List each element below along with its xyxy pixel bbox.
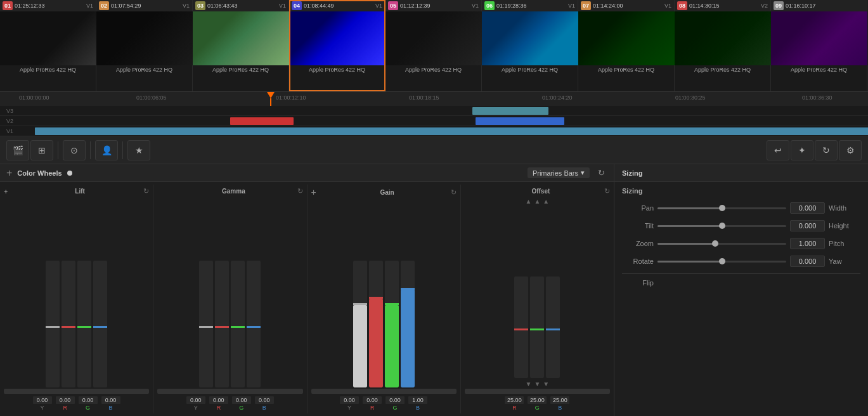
playhead-marker [267,92,275,98]
lift-val-g: 0.00 G [79,396,98,411]
track-v2: V2 [0,116,868,126]
sizing-row-pan: Pan 0.000 Width [622,202,860,214]
toolbar-flag-btn[interactable]: ★ [127,140,150,160]
gamma-group: Gamma ↻ [153,185,307,413]
clip-header-04: 0401:08:44:49V1 [289,0,385,11]
down-arrow-1[interactable]: ▼ [526,380,532,387]
gain-add[interactable]: + [311,187,324,197]
gain-bar-b [401,261,415,387]
clip-time-03: 01:06:43:43 [207,3,277,9]
down-arrow-3[interactable]: ▼ [543,380,549,387]
playhead[interactable] [270,92,271,106]
offset-track-g[interactable] [530,276,544,378]
pitch-label: Pitch [829,240,860,247]
lift-track-b[interactable] [93,261,107,387]
gamma-reset[interactable]: ↻ [297,187,303,195]
lift-reset[interactable]: ↻ [143,187,149,195]
gain-track-r[interactable] [369,261,383,387]
clip-thumb-07 [578,11,675,65]
primaries-mode-btn[interactable]: Primaries Bars ▾ [528,167,590,178]
rotate-value[interactable]: 0.000 [790,256,825,267]
gamma-track-g[interactable] [231,261,245,387]
clip-item-06[interactable]: 0601:19:28:36V1Apple ProRes 422 HQ [482,0,578,91]
offset-scrollbar[interactable] [465,389,610,394]
lift-track-y[interactable] [46,261,60,387]
gamma-header: Gamma ↻ [157,187,302,195]
zoom-slider[interactable] [657,243,786,245]
toolbar-undo-btn[interactable]: ↩ [767,140,789,160]
lift-track-r[interactable] [62,261,75,387]
clip-item-01[interactable]: 0101:25:12:33V1Apple ProRes 422 HQ [0,0,96,91]
gain-fill-g [385,305,399,387]
down-arrow-2[interactable]: ▼ [534,380,540,387]
up-arrow-3[interactable]: ▲ [543,198,549,205]
up-arrow-1[interactable]: ▲ [526,198,532,205]
clip-thumb-05 [385,11,482,65]
gain-scrollbar[interactable] [311,389,457,394]
gain-thumb-b [401,288,415,290]
lift-scrollbar[interactable] [4,389,149,394]
toolbar-sep-1 [58,141,58,159]
gamma-track-r[interactable] [215,261,229,387]
offset-reset[interactable]: ↻ [604,187,610,195]
track-v1-clip[interactable] [35,127,868,135]
rotate-slider[interactable] [657,261,786,263]
clip-time-05: 01:12:12:39 [400,3,470,9]
tilt-slider[interactable] [657,225,786,227]
toolbar-sep-2 [90,141,91,159]
offset-track-r[interactable] [514,276,528,378]
toolbar-play-btn[interactable]: ⊙ [63,140,86,160]
chevron-down-icon: ▾ [581,169,585,177]
lift-bar-b [93,261,107,387]
toolbar-grid-btn[interactable]: ⊞ [30,140,53,160]
gamma-val-b: 0.00 B [255,396,274,411]
pan-value[interactable]: 0.000 [790,202,825,214]
timeline-ruler: 01:00:00:0001:00:06:0501:00:12:1001:00:1… [0,92,868,106]
toolbar-magic-btn[interactable]: ✦ [791,140,813,160]
clip-item-03[interactable]: 0301:06:43:43V1Apple ProRes 422 HQ [193,0,289,91]
lift-track-g[interactable] [77,261,91,387]
track-v3-clip[interactable] [472,107,548,115]
gain-val-y: 0.00 Y [340,396,359,411]
clip-item-05[interactable]: 0501:12:12:39V1Apple ProRes 422 HQ [385,0,482,91]
track-v2-clip-blue[interactable] [476,117,564,125]
lift-add-icon: + [4,188,8,195]
lift-add[interactable]: + [4,188,16,195]
gain-thumb-y [353,303,367,305]
tilt-value[interactable]: 0.000 [790,220,825,231]
toolbar-refresh-btn[interactable]: ↻ [815,140,838,160]
toolbar-user-btn[interactable]: 👤 [95,140,118,160]
gain-reset[interactable]: ↻ [451,188,457,197]
offset-group: Offset ↻ ▲ ▲ ▲ [461,185,614,413]
clip-item-09[interactable]: 0901:16:10:17Apple ProRes 422 HQ [771,0,867,91]
pan-slider[interactable] [657,207,786,209]
clip-time-04: 01:08:44:49 [304,3,373,9]
track-v2-clip-red[interactable] [230,117,294,125]
gamma-track-b[interactable] [247,261,261,387]
clip-version-01: V1 [86,3,93,9]
up-arrow-2[interactable]: ▲ [534,198,540,205]
offset-track-b[interactable] [546,276,560,378]
clip-version-07: V1 [664,3,671,9]
panel-reset-btn[interactable]: ↻ [595,167,607,179]
toolbar-clip-btn[interactable]: 🎬 [6,140,29,160]
lift-val-r: 0.00 R [56,396,75,411]
clip-item-04[interactable]: 0401:08:44:49V1Apple ProRes 422 HQ [289,0,385,91]
add-icon[interactable]: + [6,167,12,179]
gain-track-b[interactable] [401,261,415,387]
gain-track-g[interactable] [385,261,399,387]
gamma-thumb-y [199,326,213,328]
gamma-track-y[interactable] [199,261,213,387]
gamma-val-y: 0.00 Y [186,396,205,411]
sizing-separator [622,273,860,274]
gain-track-y[interactable] [353,261,367,387]
gamma-scrollbar[interactable] [157,389,302,394]
clip-header-05: 0501:12:12:39V1 [385,0,481,11]
clip-item-08[interactable]: 0801:14:30:15V2Apple ProRes 422 HQ [675,0,771,91]
clip-item-02[interactable]: 0201:07:54:29V1Apple ProRes 422 HQ [96,0,193,91]
offset-bar-b [546,276,560,378]
gain-fill-b [401,289,415,387]
zoom-value[interactable]: 1.000 [790,238,825,249]
toolbar-settings-btn[interactable]: ⚙ [839,140,862,160]
clip-item-07[interactable]: 0701:14:24:00V1Apple ProRes 422 HQ [578,0,675,91]
